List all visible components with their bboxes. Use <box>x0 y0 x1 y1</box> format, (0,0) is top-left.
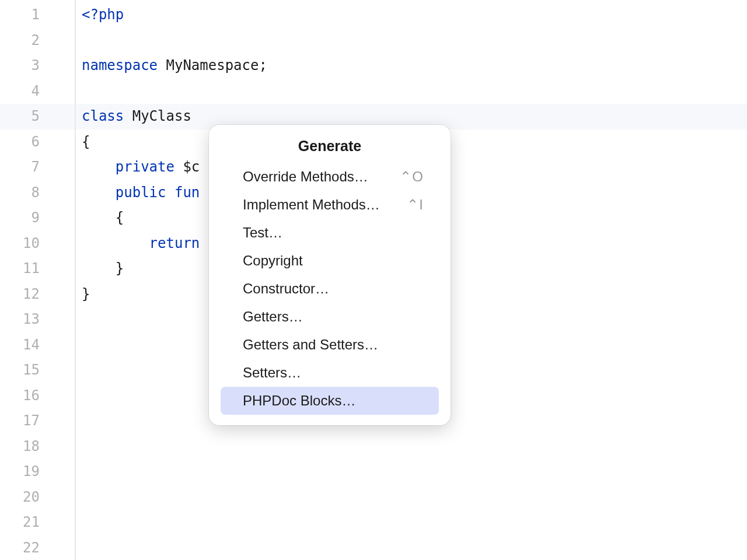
code-line[interactable] <box>82 510 747 536</box>
code-line[interactable] <box>82 434 747 460</box>
line-number: 5 <box>0 104 75 130</box>
menu-item-label: PHPDoc Blocks… <box>243 393 355 409</box>
line-number: 13 <box>0 307 75 332</box>
line-number: 14 <box>0 332 75 358</box>
line-number: 21 <box>0 510 75 536</box>
generate-menu-item[interactable]: Test… <box>221 219 439 247</box>
generate-menu-item[interactable]: Constructor… <box>221 275 439 303</box>
menu-item-label: Implement Methods… <box>243 197 380 213</box>
menu-item-label: Override Methods… <box>243 169 368 185</box>
menu-item-label: Getters and Setters… <box>243 337 378 353</box>
generate-menu-item[interactable]: Copyright <box>221 247 439 275</box>
menu-item-label: Copyright <box>243 253 303 269</box>
line-number: 20 <box>0 485 75 510</box>
popup-title: Generate <box>209 133 451 163</box>
line-number: 18 <box>0 434 75 460</box>
line-number: 10 <box>0 231 75 257</box>
line-number: 19 <box>0 459 75 485</box>
menu-item-label: Test… <box>243 225 282 241</box>
menu-item-label: Getters… <box>243 309 303 325</box>
line-number: 3 <box>0 53 75 79</box>
menu-item-label: Setters… <box>243 365 301 381</box>
line-number: 15 <box>0 358 75 383</box>
line-number: 1 <box>0 2 75 28</box>
generate-popup: Generate Override Methods…⌃OImplement Me… <box>209 125 451 425</box>
line-number: 16 <box>0 383 75 409</box>
line-number: 17 <box>0 408 75 434</box>
generate-menu-item[interactable]: Getters and Setters… <box>221 331 439 359</box>
code-line[interactable] <box>82 28 747 54</box>
line-number: 7 <box>0 155 75 180</box>
line-number: 8 <box>0 180 75 206</box>
code-line[interactable] <box>82 485 747 510</box>
code-line[interactable] <box>82 79 747 104</box>
line-number: 2 <box>0 28 75 54</box>
generate-menu-item[interactable]: Implement Methods…⌃I <box>221 191 439 219</box>
code-line[interactable]: namespace MyNamespace; <box>82 53 747 79</box>
generate-menu-item[interactable]: Setters… <box>221 359 439 387</box>
generate-menu-item[interactable]: Getters… <box>221 303 439 331</box>
menu-item-shortcut: ⌃O <box>400 169 424 185</box>
line-number: 9 <box>0 205 75 231</box>
code-line[interactable] <box>82 536 747 561</box>
line-number: 11 <box>0 256 75 282</box>
code-line[interactable] <box>82 459 747 485</box>
line-number: 4 <box>0 79 75 104</box>
line-number: 22 <box>0 536 75 561</box>
line-number: 6 <box>0 130 75 155</box>
generate-menu-item[interactable]: PHPDoc Blocks… <box>221 387 439 415</box>
code-line[interactable]: <?php <box>82 2 747 28</box>
generate-menu-item[interactable]: Override Methods…⌃O <box>221 163 439 191</box>
menu-item-label: Constructor… <box>243 281 329 297</box>
menu-item-shortcut: ⌃I <box>407 197 424 213</box>
line-number: 12 <box>0 282 75 307</box>
line-number-gutter: 12345678910111213141516171819202122 <box>0 0 76 560</box>
popup-items: Override Methods…⌃OImplement Methods…⌃IT… <box>209 163 451 415</box>
